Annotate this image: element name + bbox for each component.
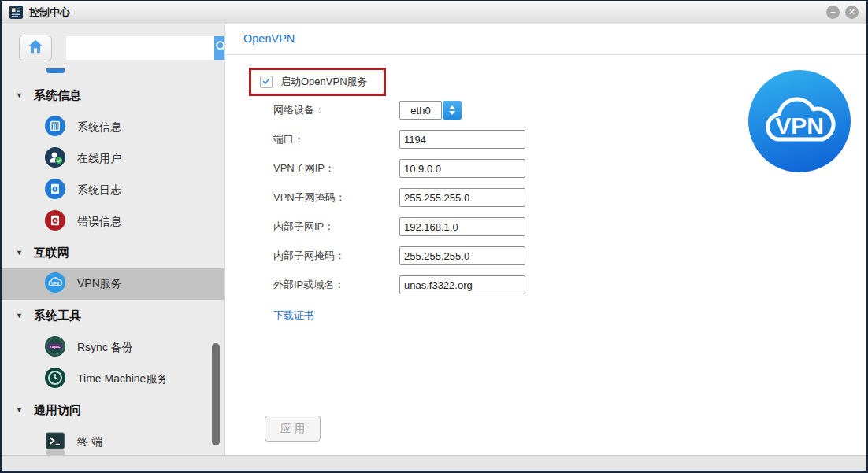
time-machine-icon: [45, 368, 65, 391]
close-button[interactable]: ✕: [845, 6, 859, 19]
download-cert-link[interactable]: 下载证书: [273, 309, 314, 323]
enable-openvpn-label: 启动OpenVPN服务: [280, 75, 368, 89]
field-label-vpn-subnet-ip: VPN子网IP：: [273, 161, 399, 176]
section-header-system-tools[interactable]: ▼ 系统工具: [16, 308, 81, 323]
sidebar-item-rsync-backup[interactable]: rsync Rsync 备份: [45, 338, 133, 358]
field-label-internal-subnet-ip: 内部子网IP：: [273, 220, 399, 234]
header-divider: [225, 54, 866, 55]
network-device-value: eth0: [399, 101, 442, 120]
collapse-triangle-icon: ▼: [16, 249, 23, 257]
rsync-icon: rsync: [45, 336, 65, 360]
vpn-service-icon: VPN: [45, 272, 65, 296]
field-label-port: 端口：: [273, 132, 399, 146]
vpn-subnet-mask-input[interactable]: [399, 188, 525, 207]
search-bar: [66, 36, 208, 60]
collapse-triangle-icon: ▼: [16, 406, 23, 414]
home-icon: [26, 38, 45, 58]
svg-text:rsync: rsync: [50, 345, 61, 349]
control-center-window: 控制中心 – ✕: [0, 0, 868, 473]
titlebar: 控制中心 – ✕: [2, 1, 866, 24]
sidebar-item-online-users[interactable]: 在线用户: [45, 149, 121, 169]
field-label-external-ip-domain: 外部IP或域名：: [273, 278, 399, 292]
field-label-network-device: 网络设备：: [273, 103, 399, 117]
network-device-select[interactable]: eth0: [399, 101, 462, 120]
field-label-vpn-subnet-mask: VPN子网掩码：: [273, 190, 399, 205]
sidebar-item-system-log[interactable]: 系统日志: [45, 180, 121, 201]
apply-button[interactable]: 应 用: [265, 416, 321, 442]
sidebar-item-system-info[interactable]: 系统信息: [45, 117, 121, 138]
collapse-triangle-icon: ▼: [16, 91, 23, 99]
app-icon: [9, 6, 23, 19]
check-icon: [262, 75, 271, 89]
enable-openvpn-checkbox[interactable]: [260, 76, 273, 88]
home-button[interactable]: [19, 35, 52, 61]
section-header-internet[interactable]: ▼ 互联网: [16, 245, 69, 261]
sidebar-item-vpn-service[interactable]: VPN VPN服务: [2, 268, 224, 300]
system-info-icon: [45, 116, 65, 139]
system-log-icon: [45, 179, 65, 202]
spinner-buttons-icon[interactable]: [443, 101, 462, 120]
highlight-annotation-box: 启动OpenVPN服务: [249, 68, 386, 96]
internal-subnet-ip-input[interactable]: [399, 217, 525, 236]
window-title: 控制中心: [29, 6, 70, 20]
search-input[interactable]: [66, 36, 214, 60]
collapse-triangle-icon: ▼: [16, 312, 23, 320]
sidebar-item-time-machine[interactable]: Time Machine服务: [45, 369, 168, 390]
scrolled-item-fragment-bottom: [46, 449, 65, 455]
search-button[interactable]: [214, 36, 225, 60]
section-header-system-info[interactable]: ▼ 系统信息: [16, 87, 81, 103]
error-info-icon: [45, 210, 65, 234]
page-title: OpenVPN: [243, 32, 295, 45]
field-label-internal-subnet-mask: 内部子网掩码：: [273, 249, 399, 263]
openvpn-logo: VPN: [748, 70, 851, 172]
section-header-general-access[interactable]: ▼ 通用访问: [16, 402, 81, 418]
sidebar-scrollbar[interactable]: [212, 343, 220, 445]
svg-text:VPN: VPN: [51, 282, 59, 286]
minimize-button[interactable]: –: [826, 6, 840, 19]
logo-vpn-text: VPN: [775, 113, 824, 139]
search-icon: [214, 39, 225, 57]
main-panel: OpenVPN 启动OpenVPN服务 网络设备： eth0: [225, 24, 866, 455]
status-bar: [2, 455, 866, 471]
vpn-subnet-ip-input[interactable]: [399, 159, 525, 178]
scrolled-item-fragment-top: [46, 68, 65, 73]
internal-subnet-mask-input[interactable]: [399, 246, 525, 265]
port-input[interactable]: [399, 130, 525, 149]
sidebar-item-error-info[interactable]: 错误信息: [45, 212, 121, 232]
sidebar: ▼ 系统信息 系统信息 在线用户: [2, 24, 225, 455]
external-ip-domain-input[interactable]: [399, 275, 525, 294]
online-users-icon: [45, 147, 65, 171]
openvpn-form: 网络设备： eth0 端口： VPN子网IP：: [273, 101, 525, 323]
